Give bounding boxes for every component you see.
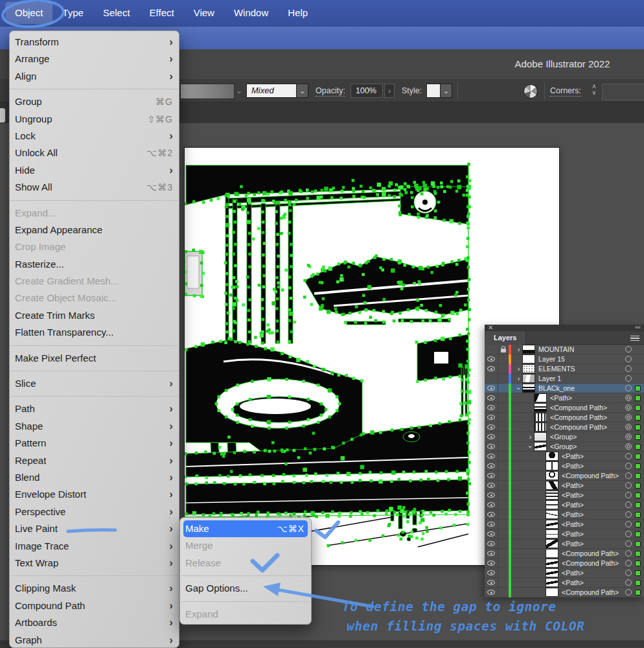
menu-item-show-all[interactable]: Show All⌥⌘3 <box>10 179 179 196</box>
target-circle-icon[interactable] <box>625 395 632 401</box>
layer-row-black-one[interactable]: ›BLACk_one <box>485 384 644 393</box>
visibility-cell[interactable] <box>485 356 498 362</box>
visibility-cell[interactable] <box>485 463 498 469</box>
eye-icon[interactable] <box>487 570 495 575</box>
menu-item-align[interactable]: Align› <box>10 68 179 85</box>
layer-row-compound-path[interactable]: <Compound Path> <box>485 403 644 413</box>
target-circle-icon[interactable] <box>625 531 632 537</box>
menu-item-gap-options[interactable]: Gap Options... <box>180 580 311 597</box>
eye-icon[interactable] <box>487 522 495 527</box>
visibility-cell[interactable] <box>485 502 498 507</box>
eye-icon[interactable] <box>487 492 495 498</box>
menubar-item-help[interactable]: Help <box>278 2 317 24</box>
layer-row-compound-path[interactable]: <Compound Path> <box>485 413 644 422</box>
collapse-panel-icon[interactable]: «« <box>635 324 640 331</box>
menu-item-artboards[interactable]: Artboards› <box>10 614 179 631</box>
target-circle-icon[interactable] <box>625 550 632 557</box>
menubar-item-view[interactable]: View <box>184 2 224 24</box>
menu-item-expand-appearance[interactable]: Expand Appearance <box>10 222 179 238</box>
lock-cell[interactable] <box>498 559 509 568</box>
menu-item-blend[interactable]: Blend› <box>10 469 179 486</box>
opacity-input[interactable]: 100% <box>351 84 383 98</box>
close-icon[interactable]: ✕ <box>488 324 493 331</box>
menubar-item-effect[interactable]: Effect <box>140 2 184 24</box>
eye-icon[interactable] <box>487 434 495 439</box>
layer-row-path[interactable]: <Path> <box>485 529 644 539</box>
lock-cell[interactable] <box>498 510 509 520</box>
layer-row-mountain[interactable]: ›MOUNTAIN <box>485 345 644 354</box>
layer-row-compound-path[interactable]: <Compound Path> <box>485 559 644 568</box>
style-swatch[interactable] <box>426 84 441 98</box>
lock-cell[interactable] <box>498 442 509 452</box>
lock-cell[interactable] <box>498 393 509 403</box>
lock-cell[interactable] <box>498 461 509 471</box>
layer-row-layer-1[interactable]: ›Layer 1 <box>485 374 644 384</box>
eye-icon[interactable] <box>487 386 495 391</box>
expand-chevron-icon[interactable]: › <box>515 365 522 373</box>
layer-row-path[interactable]: <Path> <box>485 539 644 549</box>
eye-icon[interactable] <box>487 454 495 459</box>
visibility-cell[interactable] <box>485 395 498 400</box>
target-circle-icon[interactable] <box>625 521 632 527</box>
target-circle-icon[interactable] <box>625 540 632 547</box>
lock-cell[interactable] <box>498 529 509 539</box>
menu-item-hide[interactable]: Hide› <box>10 162 179 179</box>
menu-item-transform[interactable]: Transform› <box>10 34 179 51</box>
menu-item-group[interactable]: Group⌘G <box>10 93 179 110</box>
lock-cell[interactable] <box>498 539 509 549</box>
eye-icon[interactable] <box>487 561 495 566</box>
visibility-cell[interactable] <box>485 444 498 449</box>
visibility-cell[interactable] <box>485 415 498 420</box>
eye-icon[interactable] <box>487 541 495 546</box>
corners-value-field[interactable] <box>602 84 644 100</box>
lock-cell[interactable] <box>498 354 509 364</box>
menubar-item-type[interactable]: Type <box>52 2 93 24</box>
lock-cell[interactable] <box>498 364 509 374</box>
menu-item-pattern[interactable]: Pattern› <box>10 435 179 452</box>
visibility-cell[interactable] <box>485 483 498 488</box>
expand-chevron-icon[interactable]: › <box>515 375 522 383</box>
menu-item-make-pixel-perfect[interactable]: Make Pixel Perfect <box>10 350 179 367</box>
visibility-cell[interactable] <box>485 454 498 459</box>
layer-row-compound-path[interactable]: <Compound Path> <box>485 549 644 559</box>
target-circle-icon[interactable] <box>625 492 632 498</box>
eye-icon[interactable] <box>487 483 495 488</box>
expand-chevron-icon[interactable]: › <box>515 345 522 354</box>
lock-cell[interactable] <box>498 578 509 588</box>
menu-item-graph[interactable]: Graph› <box>10 632 179 648</box>
lock-icon[interactable] <box>501 349 506 353</box>
eye-icon[interactable] <box>487 551 495 556</box>
eye-icon[interactable] <box>487 444 495 449</box>
eye-icon[interactable] <box>487 531 495 537</box>
lock-cell[interactable] <box>498 403 509 413</box>
lock-cell[interactable] <box>498 549 509 559</box>
target-circle-icon[interactable] <box>625 365 632 372</box>
menu-item-path[interactable]: Path› <box>10 400 179 417</box>
layer-row-path[interactable]: <Path> <box>485 510 644 520</box>
layer-row-compound-path[interactable]: <Compound Path> <box>485 588 644 597</box>
corners-label[interactable]: Corners: <box>550 84 581 97</box>
layer-row-path[interactable]: <Path> <box>485 393 644 403</box>
menu-item-make[interactable]: Make⌥⌘X <box>183 520 308 537</box>
lock-cell[interactable] <box>498 413 509 422</box>
eye-icon[interactable] <box>487 415 495 420</box>
layer-row-compound-path[interactable]: <Compound Path> <box>485 471 644 481</box>
lock-cell[interactable] <box>498 520 509 529</box>
layer-row-path[interactable]: <Path> <box>485 461 644 471</box>
layer-row-path[interactable]: <Path> <box>485 452 644 461</box>
menu-item-ungroup[interactable]: Ungroup⇧⌘G <box>10 111 179 128</box>
lock-cell[interactable] <box>498 422 509 432</box>
target-circle-icon[interactable] <box>625 463 632 469</box>
visibility-cell[interactable] <box>485 522 498 527</box>
menu-item-perspective[interactable]: Perspective› <box>10 503 179 520</box>
eye-icon[interactable] <box>487 424 495 430</box>
visibility-cell[interactable] <box>485 531 498 537</box>
layer-row-group[interactable]: ›<Group> <box>485 442 644 452</box>
target-circle-icon[interactable] <box>625 443 632 450</box>
visibility-cell[interactable] <box>485 541 498 546</box>
layer-row-elements[interactable]: ›ELEMENTS <box>485 364 644 374</box>
target-circle-icon[interactable] <box>625 482 632 489</box>
visibility-cell[interactable] <box>485 405 498 410</box>
eye-icon[interactable] <box>487 590 495 595</box>
lock-cell[interactable] <box>498 432 509 442</box>
